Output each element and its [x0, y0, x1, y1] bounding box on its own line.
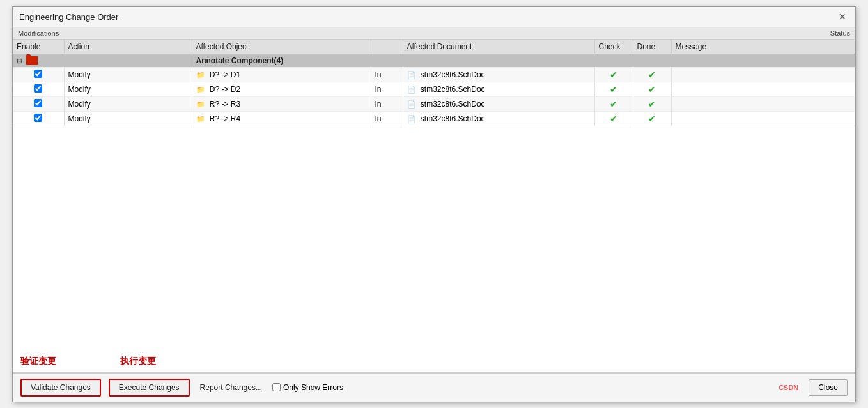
modifications-table: Enable Action Affected Object Affected D…: [13, 40, 855, 127]
row-1-done: ✔: [633, 68, 671, 82]
row-3-folder-icon: 📁: [196, 100, 205, 108]
row-4-affected-object: 📁 R? -> R4: [192, 112, 371, 126]
col-in: [371, 40, 403, 54]
table-row: Modify 📁 D? -> D1 In 📄 stm32c8t6.SchDoc …: [13, 68, 855, 82]
group-row-expand: ⊟: [13, 54, 192, 68]
validate-changes-button[interactable]: Validate Changes: [20, 379, 101, 397]
row-3-done: ✔: [633, 97, 671, 112]
row-1-affected-document: 📄 stm32c8t6.SchDoc: [403, 68, 594, 82]
col-done: Done: [633, 40, 671, 54]
report-changes-button[interactable]: Report Changes...: [198, 380, 265, 395]
row-1-folder-icon: 📁: [196, 71, 205, 79]
row-1-check-icon: ✔: [610, 70, 617, 80]
row-4-check: ✔: [594, 112, 633, 126]
col-message: Message: [671, 40, 855, 54]
row-1-check: ✔: [594, 68, 633, 82]
row-1-affected-object: 📁 D? -> D1: [192, 68, 371, 82]
row-1-message: [671, 68, 855, 82]
row-2-affected-document: 📄 stm32c8t6.SchDoc: [403, 82, 594, 97]
row-3-affected-document: 📄 stm32c8t6.SchDoc: [403, 97, 594, 112]
row-2-in: In: [371, 82, 403, 97]
row-3-affected-object: 📁 R? -> R3: [192, 97, 371, 112]
col-enable: Enable: [13, 40, 64, 54]
collapse-icon[interactable]: ⊟: [17, 57, 22, 64]
only-show-errors-checkbox[interactable]: [272, 383, 281, 391]
row-4-done: ✔: [633, 112, 671, 126]
table-row: Modify 📁 R? -> R4 In 📄 stm32c8t6.SchDoc …: [13, 112, 855, 126]
close-button[interactable]: Close: [809, 379, 848, 396]
modifications-section-label: Modifications: [18, 29, 59, 37]
row-4-message: [671, 112, 855, 126]
row-4-folder-icon: 📁: [196, 115, 205, 123]
row-4-action: Modify: [64, 112, 192, 126]
col-affected-object: Affected Object: [192, 40, 371, 54]
status-section-label: Status: [830, 29, 850, 37]
row-2-checkbox[interactable]: [34, 84, 42, 93]
row-3-checkbox[interactable]: [34, 99, 42, 107]
annotation-validate-label: 验证变更: [20, 356, 56, 367]
col-check: Check: [594, 40, 633, 54]
only-show-errors-label[interactable]: Only Show Errors: [272, 383, 343, 392]
col-affected-document: Affected Document: [403, 40, 594, 54]
row-3-check: ✔: [594, 97, 633, 112]
row-2-doc-icon: 📄: [407, 86, 416, 93]
row-4-doc-icon: 📄: [407, 115, 416, 123]
main-window: Engineering Change Order ✕ Modifications…: [12, 6, 856, 402]
row-1-checkbox[interactable]: [34, 70, 42, 78]
row-2-message: [671, 82, 855, 97]
row-3-check-icon: ✔: [610, 99, 617, 109]
title-bar: Engineering Change Order ✕: [13, 7, 855, 27]
col-action: Action: [64, 40, 192, 54]
group-row: ⊟ Annotate Component(4): [13, 54, 855, 68]
table-row: Modify 📁 R? -> R3 In 📄 stm32c8t6.SchDoc …: [13, 97, 855, 112]
row-3-in: In: [371, 97, 403, 112]
row-3-enable-cell: [13, 97, 64, 112]
modifications-table-container: Enable Action Affected Object Affected D…: [13, 40, 855, 373]
row-2-done-icon: ✔: [648, 84, 656, 94]
row-4-affected-document: 📄 stm32c8t6.SchDoc: [403, 112, 594, 126]
row-2-check: ✔: [594, 82, 633, 97]
close-window-button[interactable]: ✕: [836, 10, 849, 23]
window-title: Engineering Change Order: [19, 12, 118, 22]
row-4-checkbox[interactable]: [34, 114, 42, 122]
row-2-done: ✔: [633, 82, 671, 97]
csdn-logo: CSDN: [779, 384, 798, 391]
row-1-enable-cell: [13, 68, 64, 82]
footer: 验证变更 执行变更 Validate Changes Execute Chang…: [13, 373, 855, 402]
row-4-enable-cell: [13, 112, 64, 126]
row-3-action: Modify: [64, 97, 192, 112]
row-4-check-icon: ✔: [610, 114, 617, 124]
row-1-action: Modify: [64, 68, 192, 82]
row-4-done-icon: ✔: [648, 114, 656, 124]
row-1-doc-icon: 📄: [407, 71, 416, 79]
row-3-message: [671, 97, 855, 112]
row-1-done-icon: ✔: [648, 70, 656, 80]
row-1-in: In: [371, 68, 403, 82]
row-2-action: Modify: [64, 82, 192, 97]
section-header: Modifications Status: [13, 27, 855, 40]
group-folder-icon: [26, 56, 38, 65]
row-4-in: In: [371, 112, 403, 126]
row-3-done-icon: ✔: [648, 99, 656, 109]
table-row: Modify 📁 D? -> D2 In 📄 stm32c8t6.SchDoc …: [13, 82, 855, 97]
row-2-enable-cell: [13, 82, 64, 97]
row-2-check-icon: ✔: [610, 84, 617, 94]
table-header-row: Enable Action Affected Object Affected D…: [13, 40, 855, 54]
row-2-folder-icon: 📁: [196, 86, 205, 93]
row-2-affected-object: 📁 D? -> D2: [192, 82, 371, 97]
execute-changes-button[interactable]: Execute Changes: [109, 379, 190, 397]
row-3-doc-icon: 📄: [407, 100, 416, 108]
annotation-execute-label: 执行变更: [120, 356, 156, 367]
group-row-label: Annotate Component(4): [192, 54, 855, 68]
